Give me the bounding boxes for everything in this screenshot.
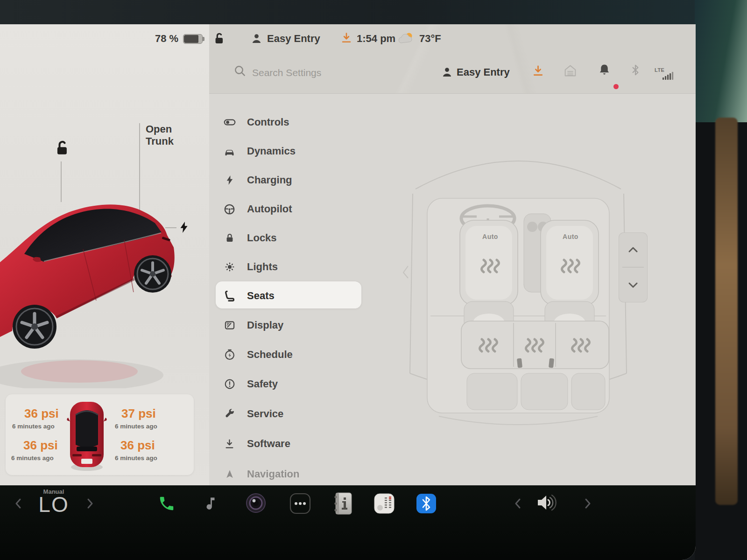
alert-circle-icon — [223, 378, 236, 391]
charge-port-bolt-icon[interactable] — [177, 220, 190, 234]
seat-icon — [223, 290, 236, 302]
tesla-touchscreen: 78 % Easy Entry 1:54 pm — [0, 24, 696, 560]
profile-icon — [441, 66, 453, 78]
hvac-temp-down-button[interactable] — [13, 497, 23, 511]
menu-item-display[interactable]: Display — [223, 312, 363, 338]
windshield-backdrop — [0, 0, 747, 25]
unlocked-icon[interactable] — [211, 31, 226, 46]
bluetooth-app-icon[interactable] — [416, 493, 437, 514]
menu-item-autopilot[interactable]: Autopilot — [223, 196, 363, 222]
display-icon — [223, 319, 236, 332]
unlocked-icon[interactable] — [51, 138, 71, 158]
menu-item-dynamics[interactable]: Dynamics — [223, 138, 363, 164]
menu-item-safety[interactable]: Safety — [223, 371, 363, 397]
navigation-arrow-icon — [223, 468, 236, 481]
tire-front-left: 36 psi 6 minutes ago — [24, 406, 59, 430]
software-update-icon[interactable] — [531, 64, 545, 77]
profile-icon — [250, 32, 263, 45]
cabin-photo: 78 % Easy Entry 1:54 pm — [0, 0, 747, 560]
menu-item-locks[interactable]: Locks — [223, 225, 363, 251]
driver-profile-button[interactable]: Easy Entry — [457, 66, 510, 78]
menu-item-service[interactable]: Service — [223, 401, 363, 427]
software-update-icon[interactable] — [340, 31, 353, 44]
phone-app-icon[interactable] — [158, 495, 176, 512]
seat-map-scroll-widget — [619, 232, 648, 302]
side-window — [695, 0, 747, 122]
bluetooth-icon[interactable] — [629, 64, 641, 76]
tire-rear-right: 36 psi 6 minutes ago — [120, 438, 157, 462]
open-trunk-button[interactable]: Open Trunk — [146, 123, 174, 147]
menu-item-charging[interactable]: Charging — [223, 167, 363, 193]
dashboard-wood-trim — [715, 118, 738, 505]
owners-manual-app-icon[interactable] — [333, 492, 353, 515]
front-right-auto-label: Auto — [552, 233, 589, 240]
vehicle-render — [0, 192, 177, 388]
tire-front-right: 37 psi 6 minutes ago — [121, 406, 157, 430]
volume-down-button[interactable] — [513, 497, 523, 511]
notification-badge — [613, 84, 619, 89]
dashcam-camera-icon[interactable] — [246, 493, 266, 513]
music-app-icon[interactable] — [203, 496, 218, 511]
menu-item-seats[interactable]: Seats — [223, 283, 363, 309]
search-input[interactable] — [252, 63, 406, 82]
bolt-icon — [223, 174, 236, 187]
seat-map — [402, 112, 635, 439]
search-icon — [233, 64, 247, 77]
battery-percent: 78 % — [155, 33, 178, 45]
volume-up-button[interactable] — [583, 497, 593, 511]
car-wash-icon[interactable] — [563, 63, 578, 78]
outside-temperature: 73°F — [419, 33, 441, 45]
wrench-icon — [223, 408, 236, 420]
steering-wheel-icon — [223, 203, 236, 216]
notifications-bell-icon[interactable] — [598, 63, 611, 77]
clock: 1:54 pm — [357, 33, 395, 45]
menu-item-software[interactable]: Software — [223, 431, 363, 457]
download-icon — [223, 438, 236, 450]
toggle-icon — [223, 116, 236, 129]
menu-item-navigation[interactable]: Navigation — [223, 461, 363, 487]
light-icon — [223, 261, 236, 273]
car-icon — [223, 145, 236, 158]
speaker-volume-icon[interactable] — [535, 492, 559, 513]
menu-item-schedule[interactable]: Schedule — [223, 342, 363, 368]
tuner-app-icon[interactable] — [374, 493, 395, 514]
vehicle-top-view — [65, 398, 108, 472]
scroll-down-button[interactable] — [619, 268, 648, 302]
hvac-temperature: LO — [29, 492, 78, 517]
app-launcher-icon[interactable] — [289, 493, 311, 514]
weather-icon — [397, 32, 415, 45]
scroll-up-button[interactable] — [619, 232, 648, 267]
tire-pressure-panel: 36 psi 6 minutes ago 37 psi 6 minutes ag… — [6, 394, 194, 475]
clock-bolt-icon — [223, 349, 236, 361]
scroll-divider — [622, 267, 644, 267]
front-left-auto-label: Auto — [472, 233, 509, 240]
battery-icon — [183, 34, 203, 44]
status-profile-name[interactable]: Easy Entry — [267, 33, 320, 45]
menu-item-controls[interactable]: Controls — [223, 109, 363, 135]
menu-item-lights[interactable]: Lights — [223, 254, 363, 280]
padlock-icon — [223, 232, 236, 245]
cellular-signal-icon — [662, 71, 676, 80]
tire-rear-left: 36 psi 6 minutes ago — [23, 438, 58, 462]
header-divider — [209, 93, 696, 94]
hvac-temp-up-button[interactable] — [85, 497, 95, 511]
